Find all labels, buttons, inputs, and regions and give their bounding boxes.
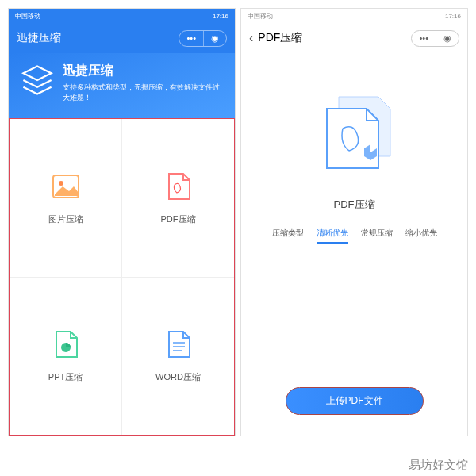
ppt-compress-cell[interactable]: PPT压缩 xyxy=(10,278,121,435)
more-button[interactable]: ••• xyxy=(412,31,436,46)
nav-mini-program-controls: ••• ◉ xyxy=(411,30,459,47)
compression-tabs: 压缩类型 清晰优先 常规压缩 缩小优先 xyxy=(272,228,437,244)
status-bar: 中国移动 17:16 xyxy=(241,9,467,23)
app-title: 迅捷压缩 xyxy=(17,31,61,45)
hero-title: 迅捷压缩 xyxy=(63,63,224,79)
tab-small[interactable]: 缩小优先 xyxy=(405,228,437,244)
layers-icon xyxy=(20,63,55,102)
tab-normal[interactable]: 常规压缩 xyxy=(361,228,393,244)
pdf-icon xyxy=(163,171,194,202)
cell-label: 图片压缩 xyxy=(48,213,83,225)
carrier-label: 中国移动 xyxy=(15,12,40,21)
cell-label: WORD压缩 xyxy=(155,371,201,383)
image-compress-cell[interactable]: 图片压缩 xyxy=(10,119,121,276)
nav-bar: 迅捷压缩 ••• ◉ xyxy=(9,23,235,53)
tab-type[interactable]: 压缩类型 xyxy=(272,228,304,244)
page-title: PDF压缩 xyxy=(258,31,302,45)
cell-label: PPT压缩 xyxy=(48,371,83,383)
left-phone-screen: 中国移动 17:16 迅捷压缩 ••• ◉ 迅捷压缩 支持多种格式和类型，无损压… xyxy=(8,8,236,436)
status-bar: 中国移动 17:16 xyxy=(9,9,235,23)
status-time: 17:16 xyxy=(445,13,461,20)
status-time: 17:16 xyxy=(213,13,228,20)
svg-point-1 xyxy=(59,181,63,186)
nav-mini-program-controls: ••• ◉ xyxy=(178,30,227,47)
watermark: 易坊好文馆 xyxy=(409,458,468,473)
tab-clarity[interactable]: 清晰优先 xyxy=(317,228,348,244)
word-icon xyxy=(163,328,194,360)
more-button[interactable]: ••• xyxy=(179,31,204,46)
illustration-title: PDF压缩 xyxy=(334,198,375,212)
back-button[interactable]: ‹ PDF压缩 xyxy=(249,31,302,45)
cell-label: PDF压缩 xyxy=(161,213,196,225)
word-compress-cell[interactable]: WORD压缩 xyxy=(122,278,234,435)
image-icon xyxy=(50,171,82,202)
hero-banner: 迅捷压缩 支持多种格式和类型，无损压缩，有效解决文件过大难题！ xyxy=(9,53,235,118)
nav-bar: ‹ PDF压缩 ••• ◉ xyxy=(241,23,467,53)
pdf-illustration-icon xyxy=(303,85,406,188)
pdf-compress-cell[interactable]: PDF压缩 xyxy=(122,119,234,276)
close-button[interactable]: ◉ xyxy=(436,31,459,46)
close-button[interactable]: ◉ xyxy=(204,31,226,46)
right-phone-screen: 中国移动 17:16 ‹ PDF压缩 ••• ◉ xyxy=(240,8,468,436)
carrier-label: 中国移动 xyxy=(248,12,273,21)
chevron-left-icon: ‹ xyxy=(249,31,253,45)
features-grid: 图片压缩 PDF压缩 PPT压缩 WORD压缩 xyxy=(9,118,235,436)
hero-subtitle: 支持多种格式和类型，无损压缩，有效解决文件过大难题！ xyxy=(63,83,224,102)
ppt-icon xyxy=(50,328,82,360)
upload-pdf-button[interactable]: 上传PDF文件 xyxy=(286,387,424,415)
